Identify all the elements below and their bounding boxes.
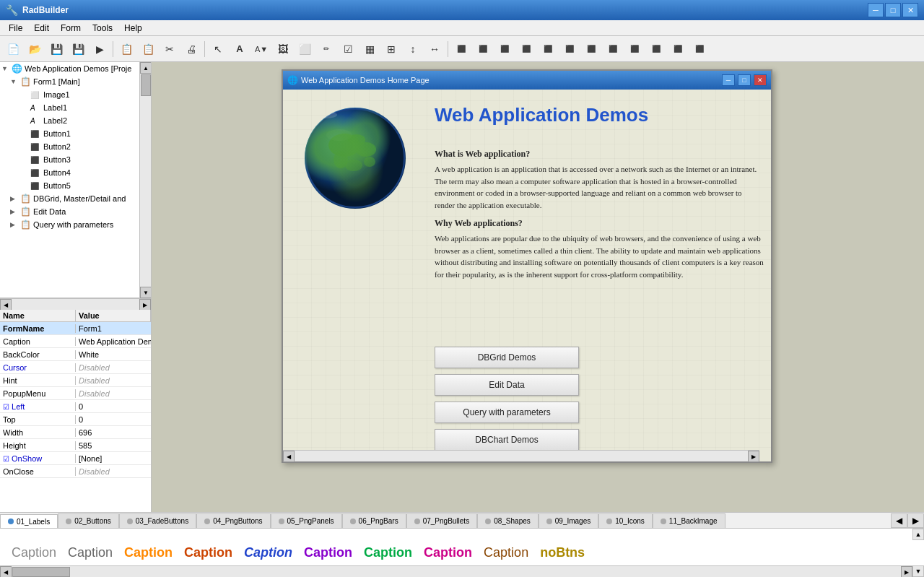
toolbar-copy[interactable]: 📋 bbox=[116, 39, 136, 59]
maximize-button[interactable]: □ bbox=[885, 3, 901, 17]
toolbar-b6[interactable]: ⬛ bbox=[559, 39, 580, 59]
form-minimize-button[interactable]: ─ bbox=[722, 74, 735, 86]
toolbar-grid[interactable]: ▦ bbox=[359, 39, 380, 59]
tree-item-button5[interactable]: ⬛ Button5 bbox=[0, 179, 139, 192]
toolbar-checkbox[interactable]: ☑ bbox=[338, 39, 358, 59]
menu-form[interactable]: Form bbox=[55, 22, 87, 35]
toolbar-b7[interactable]: ⬛ bbox=[581, 39, 601, 59]
tabs-scroll-left[interactable]: ◀ bbox=[891, 513, 907, 528]
tab-dot bbox=[485, 519, 491, 524]
toolbar-b11[interactable]: ⬛ bbox=[668, 39, 688, 59]
scroll-down-btn[interactable]: ▼ bbox=[140, 287, 151, 298]
tree-item-queryparams[interactable]: ▶ 📋 Query with parameters bbox=[0, 218, 139, 231]
toolbar-cursor[interactable]: ↖ bbox=[208, 39, 228, 59]
tree-item-root[interactable]: ▼ 🌐 Web Application Demos [Proje bbox=[0, 62, 139, 75]
form-maximize-button[interactable]: □ bbox=[738, 74, 751, 86]
tab-06-pngbars[interactable]: 06_PngBars bbox=[342, 513, 406, 528]
tab-01-labels[interactable]: 01_Labels bbox=[0, 514, 58, 528]
tree-item-editdata[interactable]: ▶ 📋 Edit Data bbox=[0, 205, 139, 218]
preview-scroll-down[interactable]: ▼ bbox=[912, 565, 924, 577]
prop-row-formname[interactable]: FormName Form1 bbox=[0, 322, 151, 335]
prop-row-hint[interactable]: Hint Disabled bbox=[0, 374, 151, 387]
minimize-button[interactable]: ─ bbox=[868, 3, 884, 17]
tab-02-buttons[interactable]: 02_Buttons bbox=[58, 513, 119, 528]
toolbar-save-all[interactable]: 💾 bbox=[68, 39, 88, 59]
tree-item-label2[interactable]: A Label2 bbox=[0, 114, 139, 127]
scroll-track bbox=[140, 74, 151, 287]
tree-item-button3[interactable]: ⬛ Button3 bbox=[0, 153, 139, 166]
close-button[interactable]: ✕ bbox=[902, 3, 918, 17]
toolbar-b9[interactable]: ⬛ bbox=[624, 39, 645, 59]
toolbar-text[interactable]: A bbox=[230, 39, 250, 59]
tab-08-shapes[interactable]: 08_Shapes bbox=[477, 513, 539, 528]
toolbar-hscroll[interactable]: ↔ bbox=[424, 39, 445, 59]
tab-09-images[interactable]: 09_Images bbox=[539, 513, 598, 528]
tab-07-pngbullets[interactable]: 07_PngBullets bbox=[406, 513, 478, 528]
toolbar-b3[interactable]: ⬛ bbox=[494, 39, 515, 59]
tab-04-pngbuttons[interactable]: 04_PngButtons bbox=[196, 513, 270, 528]
menu-edit[interactable]: Edit bbox=[28, 22, 55, 35]
prop-row-top[interactable]: Top 0 bbox=[0, 413, 151, 426]
prop-row-cursor[interactable]: Cursor Disabled bbox=[0, 361, 151, 374]
toolbar-label[interactable]: A▼ bbox=[251, 39, 271, 59]
tree-item-form1[interactable]: ▼ 📋 Form1 [Main] bbox=[0, 75, 139, 88]
form-scroll-left[interactable]: ◀ bbox=[283, 451, 295, 462]
tab-10-icons[interactable]: 10_Icons bbox=[598, 513, 653, 528]
scroll-thumb[interactable] bbox=[141, 74, 151, 96]
preview-hthumb[interactable] bbox=[12, 567, 70, 577]
preview-scroll-up[interactable]: ▲ bbox=[912, 529, 924, 540]
edit-data-button[interactable]: Edit Data bbox=[435, 374, 579, 396]
tree-item-dbgrid[interactable]: ▶ 📋 DBGrid, Master/Detail and bbox=[0, 192, 139, 205]
toolbar-b10[interactable]: ⬛ bbox=[646, 39, 666, 59]
prop-row-height[interactable]: Height 585 bbox=[0, 439, 151, 452]
toolbar-b5[interactable]: ⬛ bbox=[538, 39, 558, 59]
menu-tools[interactable]: Tools bbox=[87, 22, 118, 35]
prop-row-backcolor[interactable]: BackColor White bbox=[0, 348, 151, 361]
toolbar-b4[interactable]: ⬛ bbox=[516, 39, 536, 59]
scroll-right-btn[interactable]: ▶ bbox=[139, 299, 151, 311]
menu-help[interactable]: Help bbox=[118, 22, 148, 35]
tab-11-backimage[interactable]: 11_BackImage bbox=[653, 513, 725, 528]
scroll-left-btn[interactable]: ◀ bbox=[0, 299, 12, 311]
toolbar-cut[interactable]: ✂ bbox=[160, 39, 180, 59]
form-close-button[interactable]: ✕ bbox=[754, 74, 767, 86]
toolbar-paste[interactable]: 📋 bbox=[138, 39, 158, 59]
tree-item-image1[interactable]: ⬜ Image1 bbox=[0, 88, 139, 101]
preview-scroll-right-btn[interactable]: ▶ bbox=[901, 566, 912, 577]
form-scroll-right[interactable]: ▶ bbox=[748, 451, 759, 462]
preview-scroll-left[interactable]: ◀ bbox=[0, 566, 12, 577]
prop-row-popupmenu[interactable]: PopupMenu Disabled bbox=[0, 387, 151, 400]
tree-item-button1[interactable]: ⬛ Button1 bbox=[0, 127, 139, 140]
menu-file[interactable]: File bbox=[3, 22, 28, 35]
tabs-scroll-right[interactable]: ▶ bbox=[907, 513, 924, 528]
toolbar-dbgrid[interactable]: ⊞ bbox=[381, 39, 401, 59]
toolbar-image[interactable]: 🖼 bbox=[273, 39, 293, 59]
toolbar-edit[interactable]: ✏ bbox=[316, 39, 336, 59]
toolbar-save[interactable]: 💾 bbox=[46, 39, 66, 59]
prop-row-left[interactable]: ☑ Left 0 bbox=[0, 400, 151, 413]
tree-item-button4[interactable]: ⬛ Button4 bbox=[0, 166, 139, 179]
toolbar-vscroll[interactable]: ↕ bbox=[403, 39, 423, 59]
tree-item-button2[interactable]: ⬛ Button2 bbox=[0, 140, 139, 153]
query-params-button[interactable]: Query with parameters bbox=[435, 402, 579, 423]
tab-03-fadebuttons[interactable]: 03_FadeButtons bbox=[119, 513, 196, 528]
toolbar-panel[interactable]: ⬜ bbox=[295, 39, 315, 59]
toolbar-new[interactable]: 📄 bbox=[3, 39, 23, 59]
project-tree: ▼ 🌐 Web Application Demos [Proje ▼ 📋 For… bbox=[0, 62, 139, 298]
toolbar-open[interactable]: 📂 bbox=[25, 39, 45, 59]
tab-05-pngpanels[interactable]: 05_PngPanels bbox=[271, 513, 342, 528]
prop-row-onshow[interactable]: ☑ OnShow [None] bbox=[0, 452, 151, 465]
tree-item-label1[interactable]: A Label1 bbox=[0, 101, 139, 114]
toolbar-b2[interactable]: ⬛ bbox=[473, 39, 493, 59]
dbchart-demos-button[interactable]: DBChart Demos bbox=[435, 429, 579, 451]
toolbar-b1[interactable]: ⬛ bbox=[451, 39, 471, 59]
scroll-up-btn[interactable]: ▲ bbox=[140, 62, 151, 74]
prop-row-width[interactable]: Width 696 bbox=[0, 426, 151, 439]
toolbar-b8[interactable]: ⬛ bbox=[603, 39, 623, 59]
toolbar-b12[interactable]: ⬛ bbox=[689, 39, 710, 59]
toolbar-run[interactable]: ▶ bbox=[90, 39, 110, 59]
prop-row-onclose[interactable]: OnClose Disabled bbox=[0, 465, 151, 478]
toolbar-print[interactable]: 🖨 bbox=[181, 39, 201, 59]
dbgrid-demos-button[interactable]: DBGrid Demos bbox=[435, 347, 579, 368]
prop-row-caption[interactable]: Caption Web Application Dem bbox=[0, 335, 151, 348]
